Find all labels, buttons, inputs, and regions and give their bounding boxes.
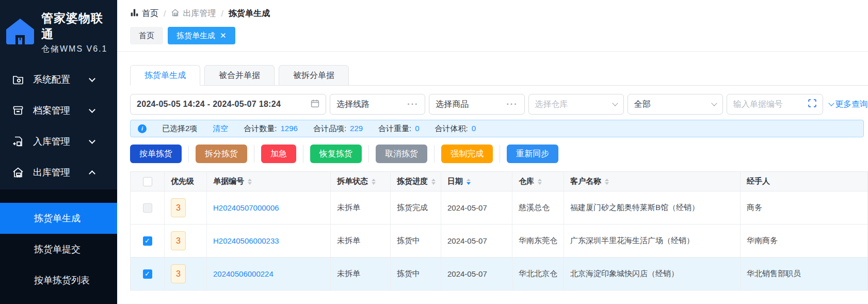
sort-icon[interactable] [605, 179, 609, 185]
outbound-house-truck-icon [11, 166, 25, 179]
sidebar: 管家婆物联通 仓储WMS V6.1 系统配置 [0, 0, 117, 304]
customer-cell: 北京海淀印象城快闪店（经销） [564, 258, 741, 290]
header-progress[interactable]: 拣货进度 [391, 172, 441, 191]
table-row[interactable]: 3 H20240507000006 未拆单 拣货完成 2024-05-07 慈溪… [131, 191, 867, 225]
tab-split-orders[interactable]: 被拆分单据 [279, 65, 349, 86]
sort-icon[interactable] [372, 179, 376, 185]
tab-chip-bar: 首页 拣货单生成 ✕ [117, 19, 868, 44]
stat-total-items: 合计品项: 229 [313, 124, 363, 134]
sidebar-subitem-picking-generate[interactable]: 拣货单生成 [0, 203, 117, 234]
chevron-down-icon [828, 100, 834, 106]
pick-by-order-button[interactable]: 按单拣货 [130, 145, 182, 163]
stat-label: 合计重量: [378, 124, 411, 134]
priority-badge: 3 [171, 198, 186, 217]
clear-selection-link[interactable]: 清空 [213, 124, 228, 134]
table-row[interactable]: ✓ 3 20240506000224 未拆单 拣货中 2024-05-07 华北… [131, 258, 867, 291]
progress-cell: 拣货完成 [391, 191, 441, 224]
product-select[interactable]: 选择商品 ··· [429, 94, 524, 115]
sidebar-item-label: 系统配置 [33, 73, 70, 86]
row-checkbox-checked[interactable]: ✓ [143, 236, 152, 246]
sidebar-item-outbound[interactable]: 出库管理 [0, 157, 117, 188]
header-handler: 经手人 [741, 172, 867, 191]
route-select-value: 选择线路 [336, 99, 369, 110]
priority-badge: 3 [171, 231, 186, 250]
stat-value: 0 [472, 124, 476, 134]
breadcrumb-label: 出库管理 [183, 8, 216, 19]
status-select[interactable]: 全部 [628, 94, 723, 115]
progress-cell: 拣货中 [391, 225, 441, 257]
date-range-input[interactable]: 2024-05-05 14:24 - 2024-05-07 18:24 [130, 94, 326, 115]
tab-chip-home[interactable]: 首页 [130, 27, 163, 44]
sidebar-item-inbound[interactable]: 入库管理 [0, 126, 117, 157]
priority-badge: 3 [171, 264, 186, 283]
sort-icon-active-desc[interactable] [467, 179, 471, 185]
sidebar-item-archives[interactable]: 档案管理 [0, 95, 117, 126]
sidebar-subitem-pick-by-order-list[interactable]: 按单拣货列表 [0, 265, 117, 296]
header-order-no[interactable]: 单据编号 [207, 172, 331, 191]
customer-cell: 福建厦门砂之船奥特莱斯B馆（经销） [564, 191, 741, 224]
order-no-input[interactable]: 输入单据编号 [727, 94, 823, 115]
status-select-value: 全部 [634, 99, 651, 110]
content-tabs: 拣货单生成 被合并单据 被拆分单据 [130, 65, 868, 86]
date-cell: 2024-05-07 [441, 191, 512, 224]
divider [303, 145, 303, 163]
urgent-button[interactable]: 加急 [261, 145, 296, 163]
header-select-all[interactable] [131, 172, 165, 191]
date-range-value: 2024-05-05 14:24 - 2024-05-07 18:24 [137, 100, 281, 109]
breadcrumb-home[interactable]: 首页 [130, 8, 158, 19]
chevron-down-icon [89, 106, 95, 113]
scan-icon[interactable] [808, 99, 816, 109]
outbound-house-truck-icon [171, 8, 180, 19]
tab-chip-current[interactable]: 拣货单生成 ✕ [168, 27, 235, 44]
tab-label: 被拆分单据 [293, 70, 334, 81]
select-all-checkbox[interactable] [143, 177, 152, 186]
breadcrumb-label: 首页 [142, 8, 158, 19]
route-select[interactable]: 选择线路 ··· [330, 94, 425, 115]
sort-icon[interactable] [431, 179, 436, 185]
order-no-link[interactable]: H20240506000233 [213, 236, 279, 245]
stat-label: 合计品项: [313, 124, 346, 134]
header-priority: 优先级 [165, 172, 207, 191]
close-icon[interactable]: ✕ [220, 31, 227, 40]
chevron-down-icon [612, 100, 618, 106]
header-split-status[interactable]: 拆单状态 [331, 172, 391, 191]
sidebar-subitem-picking-submit[interactable]: 拣货单提交 [0, 234, 117, 265]
force-complete-button[interactable]: 强制完成 [441, 145, 493, 163]
app-logo: 管家婆物联通 仓储WMS V6.1 [0, 0, 117, 55]
sort-icon[interactable] [248, 179, 252, 185]
breadcrumb-current: 拣货单生成 [229, 8, 270, 19]
row-checkbox-checked[interactable]: ✓ [143, 269, 152, 279]
selected-count-value: 2项 [185, 124, 197, 133]
order-no-link[interactable]: 20240506000224 [213, 269, 274, 278]
header-date[interactable]: 日期 [441, 172, 512, 191]
resume-pick-button[interactable]: 恢复拣货 [310, 145, 362, 163]
sidebar-item-system-config[interactable]: 系统配置 [0, 64, 117, 95]
info-icon: i [138, 124, 147, 133]
tab-label: 拣货单生成 [144, 70, 186, 81]
resync-button[interactable]: 重新同步 [507, 145, 558, 163]
content: 拣货单生成 被合并单据 被拆分单据 2024-05-05 14:24 - 202… [117, 52, 868, 291]
sort-icon[interactable] [538, 179, 542, 185]
warehouse-select[interactable]: 选择仓库 [528, 94, 624, 115]
archive-box-icon [11, 104, 25, 117]
product-select-value: 选择商品 [436, 99, 469, 110]
ellipsis-icon: ··· [407, 100, 419, 109]
header-customer[interactable]: 客户名称 [564, 172, 741, 191]
chevron-down-icon [89, 75, 95, 82]
cancel-pick-button[interactable]: 取消拣货 [376, 145, 427, 163]
filter-row: 2024-05-05 14:24 - 2024-05-07 18:24 选择线路… [130, 94, 868, 115]
split-status-cell: 未拆单 [331, 258, 391, 290]
app-subtitle: 仓储WMS V6.1 [41, 44, 113, 55]
sidebar-item-label: 入库管理 [33, 135, 70, 148]
order-no-link[interactable]: H20240507000006 [213, 203, 279, 212]
split-pick-button[interactable]: 拆分拣货 [196, 145, 247, 163]
header-warehouse[interactable]: 仓库 [512, 172, 564, 191]
stat-total-qty: 合计数量: 1296 [244, 124, 298, 134]
sidebar-submenu: 拣货单生成 拣货单提交 按单拣货列表 [0, 189, 117, 304]
breadcrumb-outbound[interactable]: 出库管理 [171, 8, 216, 19]
stat-label: 合计数量: [244, 124, 277, 134]
table-row[interactable]: ✓ 3 H20240506000233 未拆单 拣货中 2024-05-07 华… [131, 225, 867, 258]
tab-picking-generate[interactable]: 拣货单生成 [130, 65, 200, 86]
more-query-link[interactable]: 更多查询 [829, 99, 868, 110]
tab-merged-orders[interactable]: 被合并单据 [204, 65, 275, 86]
